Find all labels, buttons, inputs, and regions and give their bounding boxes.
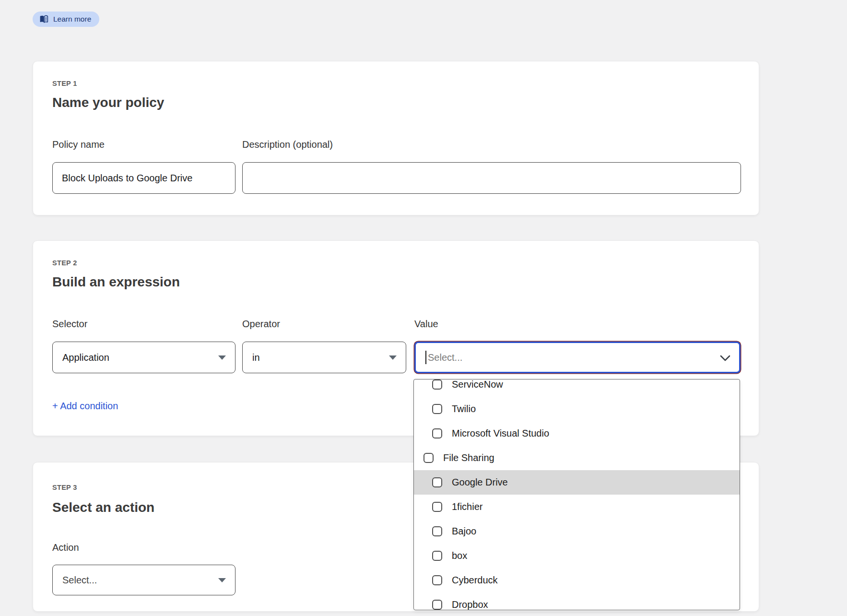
- dropdown-option[interactable]: Microsoft Visual Studio: [414, 421, 740, 446]
- dropdown-option-label: Twilio: [452, 403, 476, 415]
- checkbox[interactable]: [432, 575, 442, 585]
- step3-title: Select an action: [52, 500, 154, 515]
- dropdown-option-label: File Sharing: [443, 452, 494, 463]
- checkbox[interactable]: [432, 551, 442, 561]
- selector-value: Application: [62, 352, 109, 363]
- dropdown-arrow-icon: [218, 355, 226, 360]
- value-placeholder: Select...: [428, 352, 462, 363]
- value-label: Value: [414, 319, 438, 330]
- selector-label: Selector: [52, 319, 87, 330]
- checkbox[interactable]: [432, 600, 442, 610]
- book-icon: [39, 15, 49, 24]
- step2-label: STEP 2: [52, 259, 77, 267]
- checkbox[interactable]: [432, 526, 442, 536]
- action-value: Select...: [62, 575, 97, 586]
- dropdown-option[interactable]: Dropbox: [414, 592, 740, 610]
- action-select[interactable]: Select...: [52, 565, 235, 595]
- description-input[interactable]: [242, 162, 741, 194]
- value-dropdown: ServiceNow Twilio Microsoft Visual Studi…: [413, 379, 740, 610]
- selector-select[interactable]: Application: [52, 342, 235, 373]
- step2-title: Build an expression: [52, 274, 180, 290]
- description-label: Description (optional): [242, 139, 333, 150]
- dropdown-option[interactable]: box: [414, 544, 740, 568]
- learn-more-button[interactable]: Learn more: [33, 12, 99, 27]
- dropdown-option-label: Google Drive: [452, 477, 508, 488]
- dropdown-option-label: Dropbox: [452, 599, 488, 610]
- step1-title: Name your policy: [52, 95, 164, 110]
- value-combobox[interactable]: Select...: [414, 342, 741, 373]
- operator-value: in: [252, 352, 260, 363]
- dropdown-option[interactable]: 1fichier: [414, 495, 740, 519]
- step3-label: STEP 3: [52, 484, 77, 491]
- policy-name-input[interactable]: [52, 162, 235, 194]
- dropdown-option-label: ServiceNow: [452, 379, 503, 390]
- checkbox[interactable]: [432, 379, 442, 390]
- checkbox[interactable]: [432, 428, 442, 438]
- learn-more-label: Learn more: [53, 15, 91, 24]
- text-caret: [425, 351, 426, 364]
- chevron-down-icon: [720, 355, 730, 363]
- action-label: Action: [52, 542, 79, 553]
- checkbox[interactable]: [432, 404, 442, 414]
- dropdown-arrow-icon: [218, 578, 226, 582]
- dropdown-option-label: 1fichier: [452, 501, 482, 512]
- dropdown-option-label: box: [452, 550, 467, 561]
- dropdown-option-label: Microsoft Visual Studio: [452, 428, 549, 439]
- dropdown-arrow-icon: [389, 355, 397, 360]
- dropdown-option-label: Cyberduck: [452, 575, 498, 586]
- checkbox[interactable]: [432, 502, 442, 512]
- dropdown-option-label: Bajoo: [452, 526, 476, 537]
- dropdown-option[interactable]: Twilio: [414, 397, 740, 421]
- dropdown-option-list: ServiceNow Twilio Microsoft Visual Studi…: [414, 379, 740, 610]
- dropdown-option[interactable]: Cyberduck: [414, 568, 740, 592]
- operator-select[interactable]: in: [242, 342, 406, 373]
- dropdown-option[interactable]: Google Drive: [414, 470, 740, 495]
- step1-label: STEP 1: [52, 80, 77, 87]
- policy-name-label: Policy name: [52, 139, 235, 150]
- step1-card: STEP 1 Name your policy Policy name Desc…: [33, 61, 759, 215]
- operator-label: Operator: [242, 319, 280, 330]
- dropdown-option[interactable]: Bajoo: [414, 519, 740, 544]
- dropdown-option[interactable]: ServiceNow: [414, 379, 740, 397]
- checkbox[interactable]: [432, 477, 442, 487]
- add-condition-link[interactable]: + Add condition: [52, 401, 118, 412]
- dropdown-option[interactable]: File Sharing: [414, 446, 740, 470]
- checkbox[interactable]: [424, 453, 434, 463]
